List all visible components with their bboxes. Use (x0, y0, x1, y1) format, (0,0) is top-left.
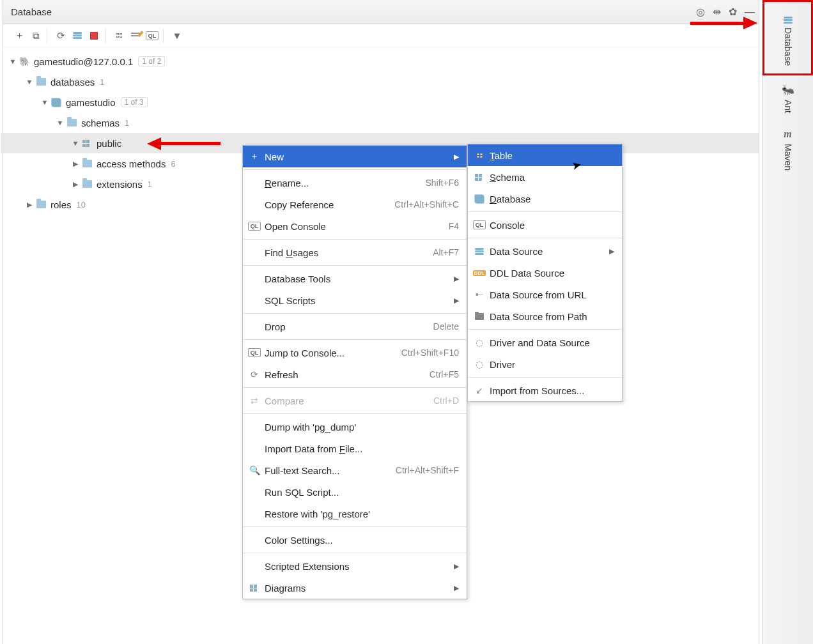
edit-button[interactable] (128, 29, 143, 43)
db-tools-button[interactable] (70, 29, 84, 43)
expand-icon[interactable]: ▼ (71, 139, 80, 147)
menu-shortcut: Shift+F6 (425, 178, 459, 188)
context-menu-item-sql-scripts[interactable]: SQL Scripts▶ (243, 289, 467, 311)
context-menu-item-diagrams[interactable]: Diagrams▶ (243, 577, 467, 599)
new-submenu-item-table[interactable]: Table (468, 144, 622, 166)
menu-item-label: Database (490, 194, 614, 204)
context-menu-item-color-settings[interactable]: Color Settings... (243, 529, 467, 551)
menu-shortcut: Delete (433, 321, 459, 332)
split-icon[interactable]: ⇹ (713, 6, 721, 18)
expand-icon[interactable]: ▶ (25, 201, 34, 209)
ql-icon: QL (248, 346, 261, 359)
context-menu-item-open-console[interactable]: QLOpen ConsoleF4 (243, 215, 467, 237)
new-submenu-item-schema[interactable]: Schema (468, 166, 622, 188)
expand-icon[interactable]: ▼ (25, 78, 34, 86)
path-icon (473, 310, 486, 323)
node-label: databases (50, 77, 95, 88)
maven-icon: m (784, 128, 791, 140)
blank-icon (248, 294, 261, 307)
context-menu-item-full-text-search[interactable]: 🔍Full-text Search...Ctrl+Alt+Shift+F (243, 459, 467, 481)
menu-item-label: Driver (490, 359, 614, 370)
console-button[interactable]: QL (145, 29, 159, 43)
ribbon-tab-ant[interactable]: 🐜 Ant (763, 76, 813, 121)
context-menu-item-refresh[interactable]: ⟳RefreshCtrl+F5 (243, 364, 467, 385)
expand-icon[interactable]: ▼ (56, 119, 65, 126)
context-menu-item-database-tools[interactable]: Database Tools▶ (243, 268, 467, 289)
new-submenu-item-database[interactable]: Database (468, 188, 622, 210)
postgres-icon: 🐘 (19, 56, 30, 67)
context-menu-item-find-usages[interactable]: Find UsagesAlt+F7 (243, 241, 467, 263)
blank-icon (248, 486, 261, 498)
add-button[interactable]: ＋ (12, 29, 26, 43)
databases-node[interactable]: ▼ databases 1 (3, 72, 759, 92)
schemas-node[interactable]: ▼ schemas 1 (3, 112, 759, 133)
panel-header: Database ◎ ⇹ ✿ — (3, 0, 759, 24)
settings-icon[interactable]: ✿ (729, 6, 737, 18)
new-submenu-item-driver-and-data-source[interactable]: ◌Driver and Data Source (468, 332, 622, 353)
blank-icon (248, 246, 261, 259)
context-menu-item-copy-reference[interactable]: Copy ReferenceCtrl+Alt+Shift+C (243, 194, 467, 215)
node-label: gamestudio (66, 97, 116, 108)
menu-separator (243, 265, 467, 266)
expand-icon[interactable]: ▶ (71, 180, 80, 188)
driver-icon: ◌ (473, 358, 486, 371)
context-menu-item-drop[interactable]: DropDelete (243, 316, 467, 337)
datasource-node[interactable]: ▼ 🐘 gamestudio@127.0.0.1 1 of 2 (3, 51, 759, 72)
menu-separator (243, 313, 467, 314)
menu-separator (243, 387, 467, 388)
context-menu-item-dump-with-pg-dump[interactable]: Dump with 'pg_dump' (243, 416, 467, 438)
menu-separator (468, 329, 622, 330)
context-menu-item-restore-with-pg-restore[interactable]: Restore with 'pg_restore' (243, 503, 467, 525)
new-submenu-item-driver[interactable]: ◌Driver (468, 353, 622, 375)
new-submenu-item-console[interactable]: QLConsole (468, 214, 622, 236)
filter-button[interactable]: ▼ (170, 29, 184, 43)
count-text: 1 (100, 77, 104, 87)
table-button[interactable] (112, 29, 126, 43)
context-menu: ＋New▶Rename...Shift+F6Copy ReferenceCtrl… (242, 145, 467, 599)
menu-item-label: Data Source (490, 246, 605, 257)
driver-icon: ◌ (473, 336, 486, 349)
context-menu-item-new[interactable]: ＋New▶ (243, 146, 467, 167)
minimize-icon[interactable]: — (745, 6, 755, 18)
folder-icon (66, 117, 77, 128)
database-instance-node[interactable]: ▼ gamestudio 1 of 3 (3, 92, 759, 112)
node-label: extensions (97, 179, 143, 190)
new-submenu-item-data-source-from-path[interactable]: Data Source from Path (468, 305, 622, 327)
new-submenu-item-import-from-sources[interactable]: ↙Import from Sources... (468, 379, 622, 401)
context-menu-item-scripted-extensions[interactable]: Scripted Extensions▶ (243, 555, 467, 577)
menu-separator (468, 211, 622, 212)
expand-icon[interactable]: ▼ (8, 57, 17, 65)
stop-button[interactable] (87, 29, 101, 43)
menu-item-label: Color Settings... (265, 535, 459, 546)
ant-icon: 🐜 (782, 84, 794, 96)
database-icon (784, 10, 793, 24)
menu-item-label: Find Usages (265, 247, 433, 258)
copy-button[interactable]: ⧉ (29, 29, 43, 43)
schema-icon (473, 171, 486, 183)
target-icon[interactable]: ◎ (696, 6, 705, 18)
context-menu-item-rename[interactable]: Rename...Shift+F6 (243, 172, 467, 194)
context-menu-item-jump-to-console[interactable]: QLJump to Console...Ctrl+Shift+F10 (243, 342, 467, 364)
submenu-arrow-icon: ▶ (454, 275, 459, 283)
menu-separator (243, 553, 467, 553)
node-label: roles (50, 199, 72, 210)
refresh-button[interactable]: ⟳ (54, 29, 68, 43)
ddl-icon: DDL (473, 266, 486, 279)
menu-item-label: Database Tools (265, 273, 450, 284)
right-toolbar: Database 🐜 Ant m Maven (762, 0, 813, 644)
context-menu-item-run-sql-script[interactable]: Run SQL Script... (243, 481, 467, 503)
expand-icon[interactable]: ▶ (71, 160, 80, 168)
context-menu-item-import-data-from-file[interactable]: Import Data from File... (243, 438, 467, 459)
expand-icon[interactable]: ▼ (40, 98, 49, 106)
menu-item-label: Open Console (265, 221, 449, 232)
menu-item-label: Copy Reference (265, 199, 394, 210)
ribbon-label: Maven (783, 144, 793, 171)
menu-shortcut: Ctrl+Alt+Shift+F (396, 465, 459, 475)
new-submenu-item-data-source-from-url[interactable]: •〰Data Source from URL (468, 284, 622, 305)
compare-icon: ⇄ (248, 394, 261, 407)
ribbon-tab-maven[interactable]: m Maven (763, 121, 813, 178)
table-icon (473, 149, 486, 162)
ribbon-tab-database[interactable]: Database (763, 0, 813, 75)
new-submenu-item-data-source[interactable]: Data Source▶ (468, 240, 622, 262)
new-submenu-item-ddl-data-source[interactable]: DDLDDL Data Source (468, 262, 622, 284)
